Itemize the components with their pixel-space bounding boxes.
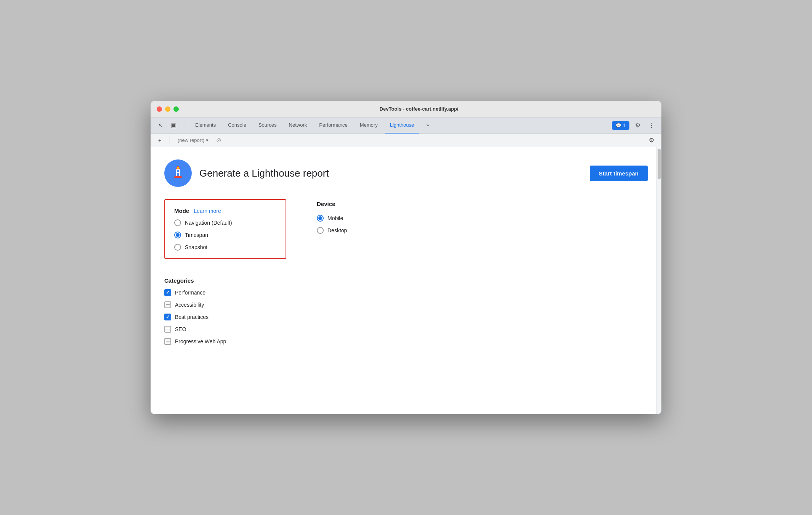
options-row: Mode Learn more Navigation (Default) Tim… xyxy=(164,199,648,345)
cancel-report-button[interactable]: ⊘ xyxy=(214,136,223,145)
svg-rect-4 xyxy=(174,176,182,178)
learn-more-link[interactable]: Learn more xyxy=(194,208,221,214)
page-title: Generate a Lighthouse report xyxy=(199,167,329,179)
device-label: Device xyxy=(317,201,347,207)
tab-bar: ↖ ▣ Elements Console Sources Network Per… xyxy=(151,117,661,134)
tab-memory[interactable]: Memory xyxy=(355,117,383,134)
start-timespan-button[interactable]: Start timespan xyxy=(590,166,648,181)
tab-performance[interactable]: Performance xyxy=(314,117,353,134)
categories-title: Categories xyxy=(164,277,286,284)
traffic-lights xyxy=(157,106,179,112)
main-content: Generate a Lighthouse report Start times… xyxy=(151,147,661,414)
mode-label-row: Mode Learn more xyxy=(174,208,276,214)
maximize-button[interactable] xyxy=(173,106,179,112)
category-best-practices[interactable]: Best practices xyxy=(164,314,286,320)
settings-icon: ⚙ xyxy=(635,122,640,129)
tab-lighthouse[interactable]: Lighthouse xyxy=(385,117,420,134)
sub-settings-icon: ⚙ xyxy=(649,137,654,144)
mode-navigation-radio[interactable] xyxy=(174,219,181,226)
chevron-down-icon: ▾ xyxy=(206,137,209,143)
mode-timespan-option[interactable]: Timespan xyxy=(174,232,276,238)
logo-svg xyxy=(167,163,189,184)
cancel-icon: ⊘ xyxy=(216,137,221,144)
sub-toolbar-divider xyxy=(170,136,170,145)
left-column: Mode Learn more Navigation (Default) Tim… xyxy=(164,199,286,345)
svg-rect-6 xyxy=(177,170,179,172)
tab-sources[interactable]: Sources xyxy=(253,117,282,134)
devtools-window: DevTools - coffee-cart.netlify.app/ ↖ ▣ … xyxy=(151,101,661,414)
categories-section: Categories Performance Accessibility xyxy=(164,277,286,345)
performance-checkbox[interactable] xyxy=(164,289,171,296)
window-title: DevTools - coffee-cart.netlify.app/ xyxy=(183,106,655,112)
settings-button[interactable]: ⚙ xyxy=(632,120,643,131)
scrollbar[interactable] xyxy=(656,147,661,414)
lighthouse-logo xyxy=(164,159,192,187)
minimize-button[interactable] xyxy=(165,106,170,112)
category-performance[interactable]: Performance xyxy=(164,289,286,296)
report-selector[interactable]: (new report) ▾ xyxy=(175,137,211,144)
best-practices-checkbox[interactable] xyxy=(164,314,171,320)
feedback-button[interactable]: 💬 1 xyxy=(612,121,629,130)
mode-snapshot-radio[interactable] xyxy=(174,244,181,251)
accessibility-checkbox[interactable] xyxy=(164,301,171,308)
device-desktop-option[interactable]: Desktop xyxy=(317,227,347,234)
layers-icon[interactable]: ▣ xyxy=(168,120,179,131)
toolbar-icons: ↖ ▣ xyxy=(155,120,179,131)
category-items: Performance Accessibility Best practices xyxy=(164,289,286,345)
more-options-button[interactable]: ⋮ xyxy=(646,120,657,131)
tab-overflow-button[interactable]: » xyxy=(421,117,434,134)
toolbar-divider xyxy=(186,121,186,130)
sub-toolbar: + (new report) ▾ ⊘ ⚙ xyxy=(151,134,661,147)
device-mobile-option[interactable]: Mobile xyxy=(317,215,347,222)
tab-console[interactable]: Console xyxy=(223,117,252,134)
sub-toolbar-settings: ⚙ xyxy=(646,135,657,146)
category-pwa[interactable]: Progressive Web App xyxy=(164,338,286,345)
feedback-icon: 💬 xyxy=(616,123,621,128)
svg-rect-5 xyxy=(177,173,179,176)
cursor-icon[interactable]: ↖ xyxy=(155,120,166,131)
scroll-thumb[interactable] xyxy=(658,149,661,179)
feedback-count: 1 xyxy=(623,123,626,128)
right-column: Device Mobile Desktop xyxy=(317,199,347,345)
add-report-button[interactable]: + xyxy=(155,136,164,145)
svg-point-3 xyxy=(177,167,179,169)
mode-label-text: Mode xyxy=(174,208,189,214)
tab-elements[interactable]: Elements xyxy=(190,117,221,134)
title-bar: DevTools - coffee-cart.netlify.app/ xyxy=(151,101,661,117)
pwa-checkbox[interactable] xyxy=(164,338,171,345)
mode-navigation-option[interactable]: Navigation (Default) xyxy=(174,219,276,226)
tab-bar-right: 💬 1 ⚙ ⋮ xyxy=(612,120,657,131)
header-left: Generate a Lighthouse report xyxy=(164,159,329,187)
lighthouse-header: Generate a Lighthouse report Start times… xyxy=(164,159,648,187)
report-name: (new report) xyxy=(178,137,204,143)
close-button[interactable] xyxy=(157,106,162,112)
device-desktop-radio[interactable] xyxy=(317,227,324,234)
sub-settings-button[interactable]: ⚙ xyxy=(646,135,657,146)
category-seo[interactable]: SEO xyxy=(164,326,286,333)
seo-checkbox[interactable] xyxy=(164,326,171,333)
more-vert-icon: ⋮ xyxy=(648,122,655,129)
category-accessibility[interactable]: Accessibility xyxy=(164,301,286,308)
mode-section: Mode Learn more Navigation (Default) Tim… xyxy=(164,199,286,259)
mode-snapshot-option[interactable]: Snapshot xyxy=(174,244,276,251)
mode-timespan-radio[interactable] xyxy=(174,232,181,238)
tab-network[interactable]: Network xyxy=(284,117,313,134)
device-mobile-radio[interactable] xyxy=(317,215,324,222)
